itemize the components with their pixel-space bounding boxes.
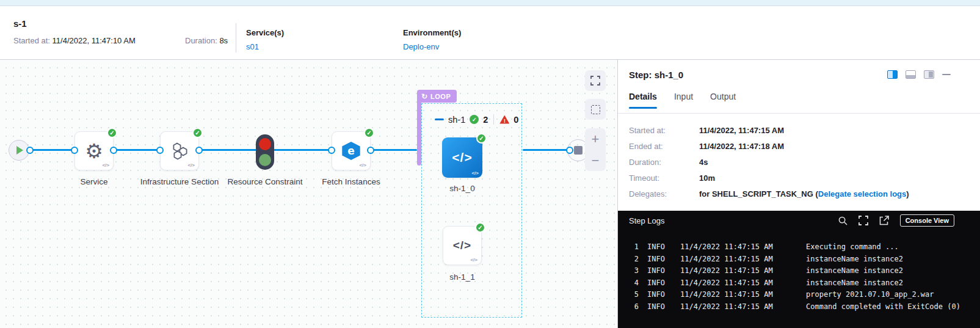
loop-group-name[interactable]: sh-1 bbox=[448, 115, 465, 125]
fullscreen-icon bbox=[590, 76, 600, 86]
open-in-new-icon[interactable] bbox=[879, 216, 889, 225]
loop-group-bar bbox=[417, 102, 421, 166]
detail-value: 4s bbox=[699, 158, 708, 167]
zoom-in-button[interactable]: + bbox=[592, 133, 600, 146]
node-sh-1-0[interactable]: </> </> ✓ bbox=[442, 137, 482, 178]
loop-icon: ↻ bbox=[421, 92, 427, 101]
collapse-icon[interactable] bbox=[435, 118, 444, 120]
panel-tabs: Details Input Output bbox=[618, 92, 980, 114]
code-mini-icon: </> bbox=[359, 162, 366, 168]
services-column: Service(s) s01 bbox=[246, 28, 284, 51]
step-title: Step: sh-1_0 bbox=[629, 70, 683, 80]
log-level: INFO bbox=[647, 289, 675, 301]
detail-row-timeout: Timeout: 10m bbox=[629, 173, 969, 183]
step-logs-title: Step Logs bbox=[629, 216, 665, 225]
search-icon[interactable] bbox=[838, 216, 848, 225]
play-icon bbox=[16, 146, 23, 155]
environment-link[interactable]: Deplo-env bbox=[403, 42, 461, 51]
detail-value: 11/4/2022, 11:47:15 AM bbox=[699, 126, 784, 135]
log-line: 5 INFO 11/4/2022 11:47:15 AM property 20… bbox=[618, 289, 980, 301]
marquee-select-icon bbox=[591, 105, 600, 114]
started-at-label: Started at: bbox=[13, 36, 50, 45]
zoom-out-button[interactable]: − bbox=[592, 154, 600, 167]
node-service[interactable]: ⚙ </> ✓ bbox=[74, 131, 114, 170]
failed-count: 0 bbox=[514, 115, 518, 125]
detail-row-duration: Duration: 4s bbox=[629, 158, 969, 167]
layout-split-view-icon[interactable] bbox=[887, 70, 898, 79]
log-level: INFO bbox=[647, 301, 675, 313]
node-label-sh-1-0: sh-1_0 bbox=[416, 183, 508, 194]
loop-badge-label: LOOP bbox=[430, 93, 451, 100]
count-divider bbox=[493, 114, 494, 125]
elastigroup-icon-letter: e bbox=[347, 145, 355, 157]
success-count-icon: ✓ bbox=[470, 115, 479, 124]
detail-label: Duration: bbox=[629, 158, 699, 167]
step-logs-body[interactable]: 1 INFO 11/4/2022 11:47:15 AM Executing c… bbox=[618, 230, 980, 328]
node-infrastructure[interactable]: </> ✓ bbox=[160, 131, 199, 170]
delegates-suffix: ) bbox=[906, 189, 909, 199]
code-mini-icon: </> bbox=[187, 162, 195, 168]
log-level: INFO bbox=[647, 253, 675, 266]
log-timestamp: 11/4/2022 11:47:15 AM bbox=[680, 289, 789, 301]
service-link[interactable]: s01 bbox=[246, 42, 284, 51]
stop-icon bbox=[574, 146, 583, 155]
success-check-icon: ✓ bbox=[192, 128, 203, 138]
expand-logs-icon[interactable] bbox=[858, 216, 868, 225]
layout-right-view-icon[interactable] bbox=[924, 70, 934, 79]
console-view-button[interactable]: Console View bbox=[900, 214, 954, 227]
log-timestamp: 11/4/2022 11:47:15 AM bbox=[680, 253, 789, 266]
warning-excl: ! bbox=[504, 118, 506, 124]
detail-label: Started at: bbox=[629, 126, 699, 135]
log-message: Command completed with ExitCode (0) bbox=[806, 301, 960, 313]
code-mini-icon: </> bbox=[470, 257, 477, 263]
loop-group-region bbox=[421, 103, 522, 318]
connector-dot bbox=[195, 147, 203, 154]
log-timestamp: 11/4/2022 11:47:15 AM bbox=[680, 301, 789, 313]
log-line-number: 1 bbox=[618, 241, 639, 253]
log-level: INFO bbox=[647, 241, 675, 253]
log-level: INFO bbox=[647, 265, 675, 277]
loop-badge[interactable]: ↻ LOOP bbox=[417, 90, 457, 103]
log-message: property 2021.07.10_app_2.war bbox=[806, 289, 934, 301]
log-timestamp: 11/4/2022 11:47:15 AM bbox=[680, 241, 789, 253]
log-line-number: 5 bbox=[618, 289, 639, 301]
log-message: instanceName instance2 bbox=[806, 265, 903, 277]
tab-input[interactable]: Input bbox=[674, 92, 693, 109]
step-details: Started at: 11/4/2022, 11:47:15 AM Ended… bbox=[629, 126, 969, 205]
canvas-fullscreen-button[interactable] bbox=[585, 70, 606, 91]
node-label-infrastructure: Infrastructure Section bbox=[134, 176, 225, 188]
detail-label: Ended at: bbox=[629, 142, 699, 151]
started-at-value: 11/4/2022, 11:47:10 AM bbox=[53, 36, 136, 45]
node-resource-constraint[interactable] bbox=[256, 134, 274, 170]
step-details-panel: Step: sh-1_0 Details Input Output Starte… bbox=[618, 60, 980, 328]
warning-triangle-icon: ! bbox=[499, 115, 509, 124]
minimize-icon[interactable] bbox=[942, 74, 951, 76]
success-check-icon: ✓ bbox=[107, 128, 117, 138]
log-message: Executing command ... bbox=[806, 241, 899, 253]
pipeline-canvas[interactable]: ⚙ </> ✓ Service </> ✓ Infrastructure Sec… bbox=[0, 60, 618, 328]
tab-details[interactable]: Details bbox=[629, 92, 657, 109]
layout-bottom-view-icon[interactable] bbox=[906, 70, 916, 79]
delegate-selection-logs-link[interactable]: Delegate selection logs bbox=[818, 189, 907, 199]
node-label-sh-1-1: sh-1_1 bbox=[416, 271, 508, 283]
log-timestamp: 11/4/2022 11:47:15 AM bbox=[680, 277, 789, 290]
log-line: 4 INFO 11/4/2022 11:47:15 AM instanceNam… bbox=[618, 277, 980, 290]
node-sh-1-1[interactable]: </> </> ✓ bbox=[443, 226, 482, 265]
log-message: instanceName instance2 bbox=[806, 277, 903, 290]
gear-icon: ⚙ bbox=[85, 141, 103, 161]
node-fetch-instances[interactable]: e </> ✓ bbox=[332, 131, 371, 170]
canvas-select-button[interactable] bbox=[585, 99, 606, 120]
top-strip bbox=[0, 0, 980, 6]
log-line-number: 3 bbox=[618, 265, 639, 277]
connector-dot bbox=[328, 147, 335, 154]
code-icon: </> bbox=[452, 150, 472, 165]
services-label: Service(s) bbox=[246, 28, 284, 37]
log-message: instanceName instance2 bbox=[806, 253, 903, 266]
success-check-icon: ✓ bbox=[364, 128, 374, 138]
log-line-number: 4 bbox=[618, 277, 639, 290]
execution-started-at: Started at: 11/4/2022, 11:47:10 AM bbox=[13, 36, 136, 45]
tab-output[interactable]: Output bbox=[710, 92, 736, 109]
connector-dot bbox=[26, 147, 34, 154]
delegates-value: for SHELL_SCRIPT_TASK_NG (Delegate selec… bbox=[699, 189, 909, 199]
panel-layout-controls bbox=[887, 70, 951, 79]
